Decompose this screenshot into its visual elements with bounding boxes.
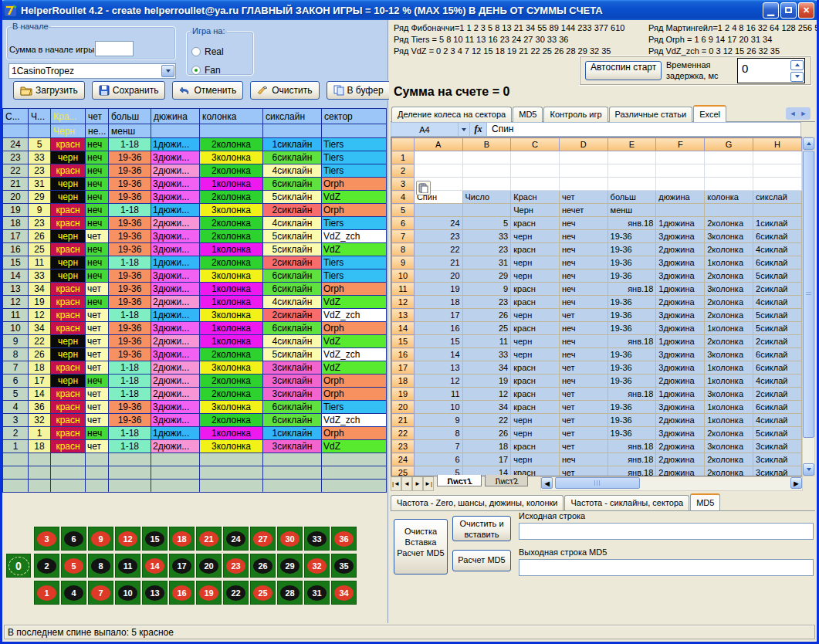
excel-cell-H17[interactable]: 6сиклай xyxy=(753,361,802,375)
excel-cell-B18[interactable]: 19 xyxy=(462,375,511,388)
excel-cell-A11[interactable]: 19 xyxy=(414,283,462,296)
excel-cell-C13[interactable]: черн xyxy=(511,309,560,322)
excel-cell-F14[interactable]: 3дюжина xyxy=(656,322,705,335)
excel-cell-F17[interactable]: 3дюжина xyxy=(656,361,705,375)
excel-cell-C20[interactable]: красн xyxy=(511,401,560,414)
roulette-number-1[interactable]: 1 xyxy=(34,581,59,605)
excel-cell-H1[interactable] xyxy=(753,151,802,164)
excel-cell-G5[interactable] xyxy=(705,204,753,217)
roulette-number-27[interactable]: 27 xyxy=(250,527,276,551)
formula-content[interactable]: Спин xyxy=(487,122,801,137)
excel-cell-E21[interactable]: 19-36 xyxy=(607,414,656,427)
excel-cell-G19[interactable]: 3колонка xyxy=(705,388,753,401)
excel-cell-D19[interactable]: чет xyxy=(559,388,607,401)
excel-cell-C8[interactable]: красн xyxy=(511,243,560,256)
excel-cell-C4[interactable]: Красн xyxy=(511,191,560,204)
excel-cell-F13[interactable]: 3дюжина xyxy=(656,309,705,322)
excel-cell-A8[interactable]: 22 xyxy=(414,243,462,256)
excel-cell-F16[interactable]: 3дюжина xyxy=(656,348,705,361)
roulette-number-10[interactable]: 10 xyxy=(115,581,140,605)
undo-button[interactable]: Отменить xyxy=(172,81,243,100)
vertical-scroll-thumb[interactable] xyxy=(803,151,814,438)
excel-column-header-B[interactable]: B xyxy=(462,138,511,151)
sheet-next-button[interactable]: ► xyxy=(412,476,423,491)
excel-cell-B3[interactable] xyxy=(462,178,511,191)
excel-cell-D14[interactable]: неч xyxy=(559,322,607,335)
excel-cell-D12[interactable]: неч xyxy=(559,296,607,309)
tab-контроль-игр[interactable]: Контроль игр xyxy=(543,107,607,122)
excel-cell-C15[interactable]: черн xyxy=(511,335,560,348)
roulette-number-30[interactable]: 30 xyxy=(277,527,303,551)
tab-частота-сиклайны-сектора[interactable]: Частота - сиклайны, сектора xyxy=(564,495,689,510)
excel-cell-H7[interactable]: 6сиклай xyxy=(753,230,802,243)
excel-cell-C6[interactable]: красн xyxy=(511,217,560,230)
excel-cell-H22[interactable]: 5сиклай xyxy=(753,427,802,440)
excel-cell-F20[interactable]: 3дюжина xyxy=(656,401,705,414)
excel-cell-H13[interactable]: 5сиклай xyxy=(753,309,802,322)
excel-cell-C24[interactable]: черн xyxy=(511,453,560,466)
excel-column-header-F[interactable]: F xyxy=(656,138,705,151)
excel-cell-G6[interactable]: 2колонка xyxy=(705,217,753,230)
excel-cell-A16[interactable]: 14 xyxy=(414,348,462,361)
excel-cell-B20[interactable]: 34 xyxy=(462,401,511,414)
md5-input-field[interactable] xyxy=(519,523,814,540)
excel-cell-B7[interactable]: 33 xyxy=(462,230,511,243)
excel-cell-G4[interactable]: колонка xyxy=(705,191,753,204)
excel-cell-C12[interactable]: красн xyxy=(511,296,560,309)
excel-vertical-scrollbar[interactable] xyxy=(802,137,815,476)
excel-row-header-5[interactable]: 5 xyxy=(392,204,415,217)
excel-cell-E4[interactable]: больш xyxy=(607,191,656,204)
excel-row-header-20[interactable]: 20 xyxy=(392,401,415,414)
excel-cell-F2[interactable] xyxy=(656,164,705,178)
roulette-number-13[interactable]: 13 xyxy=(142,581,168,605)
excel-cell-F4[interactable]: дюжина xyxy=(656,191,705,204)
minimize-button[interactable]: ▁ xyxy=(763,2,779,19)
excel-row-header-2[interactable]: 2 xyxy=(392,164,415,178)
excel-cell-E1[interactable] xyxy=(607,151,656,164)
cell-name-box[interactable]: A4 xyxy=(391,122,459,137)
excel-cell-D23[interactable]: чет xyxy=(559,440,607,453)
excel-cell-G10[interactable]: 2колонка xyxy=(705,269,753,283)
excel-cell-E18[interactable]: 19-36 xyxy=(607,375,656,388)
excel-cell-H6[interactable]: 1сиклай xyxy=(753,217,802,230)
excel-row-header-4[interactable]: 4 xyxy=(392,191,415,204)
excel-corner-cell[interactable] xyxy=(392,138,415,151)
excel-cell-H11[interactable]: 2сиклай xyxy=(753,283,802,296)
excel-row-header-23[interactable]: 23 xyxy=(392,440,415,453)
excel-cell-F12[interactable]: 2дюжина xyxy=(656,296,705,309)
md5-calc-button[interactable]: Расчет MD5 xyxy=(452,550,511,571)
excel-cell-G3[interactable] xyxy=(705,178,753,191)
excel-cell-C21[interactable]: черн xyxy=(511,414,560,427)
excel-cell-E12[interactable]: 19-36 xyxy=(607,296,656,309)
roulette-number-2[interactable]: 2 xyxy=(34,554,59,578)
excel-cell-E7[interactable]: 19-36 xyxy=(607,230,656,243)
roulette-number-36[interactable]: 36 xyxy=(331,527,357,551)
excel-cell-F8[interactable]: 2дюжина xyxy=(656,243,705,256)
excel-cell-E25[interactable]: янв.18 xyxy=(607,466,656,477)
excel-cell-C7[interactable]: черн xyxy=(511,230,560,243)
roulette-number-3[interactable]: 3 xyxy=(34,527,59,551)
excel-cell-A20[interactable]: 10 xyxy=(414,401,462,414)
paste-options-icon[interactable] xyxy=(416,181,431,195)
excel-cell-C16[interactable]: черн xyxy=(511,348,560,361)
excel-cell-D21[interactable]: чет xyxy=(559,414,607,427)
excel-cell-E16[interactable]: 19-36 xyxy=(607,348,656,361)
save-button[interactable]: Сохранить xyxy=(92,81,166,100)
excel-cell-C1[interactable] xyxy=(511,151,560,164)
sheet-tab-Лист1[interactable]: Лист1 xyxy=(437,475,482,486)
excel-row-header-14[interactable]: 14 xyxy=(392,322,415,335)
tab-md5[interactable]: MD5 xyxy=(690,493,720,510)
roulette-number-11[interactable]: 11 xyxy=(115,554,140,578)
excel-cell-D5[interactable]: нечет xyxy=(559,204,607,217)
excel-cell-C23[interactable]: красн xyxy=(511,440,560,453)
excel-cell-A23[interactable]: 7 xyxy=(414,440,462,453)
excel-cell-B9[interactable]: 31 xyxy=(462,256,511,269)
excel-cell-A14[interactable]: 16 xyxy=(414,322,462,335)
excel-cell-H18[interactable]: 4сиклай xyxy=(753,375,802,388)
roulette-number-22[interactable]: 22 xyxy=(223,581,249,605)
excel-row-header-24[interactable]: 24 xyxy=(392,453,415,466)
close-button[interactable]: ✕ xyxy=(798,2,814,19)
copy-to-clipboard-button[interactable]: В буфер xyxy=(327,81,391,100)
excel-cell-G11[interactable]: 3колонка xyxy=(705,283,753,296)
roulette-number-24[interactable]: 24 xyxy=(223,527,249,551)
